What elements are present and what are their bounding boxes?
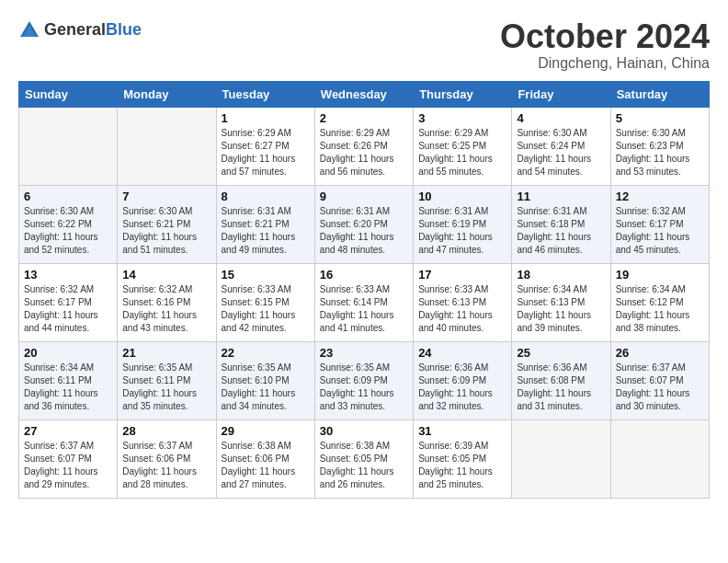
day-number: 6 <box>24 190 112 203</box>
calendar-cell: 3Sunrise: 6:29 AM Sunset: 6:25 PM Daylig… <box>414 107 512 185</box>
weekday-header-tuesday: Tuesday <box>216 81 314 107</box>
calendar-cell: 1Sunrise: 6:29 AM Sunset: 6:27 PM Daylig… <box>216 107 314 185</box>
weekday-header-row: SundayMondayTuesdayWednesdayThursdayFrid… <box>19 81 710 107</box>
calendar-cell: 18Sunrise: 6:34 AM Sunset: 6:13 PM Dayli… <box>512 263 610 341</box>
cell-sun-info: Sunrise: 6:31 AM Sunset: 6:18 PM Dayligh… <box>517 205 605 257</box>
day-number: 19 <box>616 268 704 282</box>
day-number: 8 <box>222 190 310 203</box>
day-number: 12 <box>616 190 704 203</box>
cell-sun-info: Sunrise: 6:35 AM Sunset: 6:11 PM Dayligh… <box>122 362 210 413</box>
calendar-cell: 29Sunrise: 6:38 AM Sunset: 6:06 PM Dayli… <box>216 419 314 498</box>
cell-sun-info: Sunrise: 6:34 AM Sunset: 6:13 PM Dayligh… <box>517 283 605 335</box>
calendar-cell: 23Sunrise: 6:35 AM Sunset: 6:09 PM Dayli… <box>314 341 413 419</box>
day-number: 5 <box>616 111 704 125</box>
cell-sun-info: Sunrise: 6:34 AM Sunset: 6:12 PM Dayligh… <box>616 283 704 335</box>
calendar-cell: 19Sunrise: 6:34 AM Sunset: 6:12 PM Dayli… <box>610 263 709 341</box>
calendar-table: SundayMondayTuesdayWednesdayThursdayFrid… <box>18 81 710 499</box>
calendar-cell: 5Sunrise: 6:30 AM Sunset: 6:23 PM Daylig… <box>610 107 709 185</box>
cell-sun-info: Sunrise: 6:31 AM Sunset: 6:21 PM Dayligh… <box>222 205 310 257</box>
calendar-cell: 9Sunrise: 6:31 AM Sunset: 6:20 PM Daylig… <box>314 185 413 263</box>
day-number: 28 <box>122 424 210 438</box>
day-number: 7 <box>122 190 210 203</box>
calendar-cell: 4Sunrise: 6:30 AM Sunset: 6:24 PM Daylig… <box>512 107 610 185</box>
day-number: 18 <box>517 268 605 282</box>
day-number: 21 <box>122 346 210 360</box>
cell-sun-info: Sunrise: 6:35 AM Sunset: 6:09 PM Dayligh… <box>320 362 408 413</box>
logo-general-text: GeneralBlue <box>44 20 142 40</box>
cell-sun-info: Sunrise: 6:30 AM Sunset: 6:21 PM Dayligh… <box>122 205 210 257</box>
calendar-cell: 14Sunrise: 6:32 AM Sunset: 6:16 PM Dayli… <box>118 263 216 341</box>
day-number: 13 <box>24 268 112 282</box>
calendar-cell: 8Sunrise: 6:31 AM Sunset: 6:21 PM Daylig… <box>216 185 314 263</box>
calendar-cell <box>512 419 610 498</box>
weekday-header-saturday: Saturday <box>610 81 709 107</box>
calendar-cell: 12Sunrise: 6:32 AM Sunset: 6:17 PM Dayli… <box>610 185 709 263</box>
day-number: 27 <box>24 424 112 438</box>
cell-sun-info: Sunrise: 6:29 AM Sunset: 6:25 PM Dayligh… <box>418 127 506 178</box>
page-header: GeneralBlue October 2024 Dingcheng, Hain… <box>18 18 710 72</box>
day-number: 22 <box>222 346 310 360</box>
month-title: October 2024 <box>500 18 710 55</box>
logo-icon <box>18 18 40 40</box>
calendar-cell: 11Sunrise: 6:31 AM Sunset: 6:18 PM Dayli… <box>512 185 610 263</box>
day-number: 31 <box>418 424 506 438</box>
calendar-week-row: 13Sunrise: 6:32 AM Sunset: 6:17 PM Dayli… <box>19 263 710 341</box>
calendar-cell: 16Sunrise: 6:33 AM Sunset: 6:14 PM Dayli… <box>314 263 413 341</box>
day-number: 1 <box>222 111 310 125</box>
calendar-cell: 20Sunrise: 6:34 AM Sunset: 6:11 PM Dayli… <box>19 341 118 419</box>
cell-sun-info: Sunrise: 6:38 AM Sunset: 6:06 PM Dayligh… <box>222 440 310 491</box>
cell-sun-info: Sunrise: 6:39 AM Sunset: 6:05 PM Dayligh… <box>418 440 506 491</box>
cell-sun-info: Sunrise: 6:32 AM Sunset: 6:17 PM Dayligh… <box>24 283 112 335</box>
weekday-header-wednesday: Wednesday <box>314 81 413 107</box>
calendar-cell: 10Sunrise: 6:31 AM Sunset: 6:19 PM Dayli… <box>414 185 512 263</box>
calendar-cell: 25Sunrise: 6:36 AM Sunset: 6:08 PM Dayli… <box>512 341 610 419</box>
cell-sun-info: Sunrise: 6:34 AM Sunset: 6:11 PM Dayligh… <box>24 362 112 413</box>
title-block: October 2024 Dingcheng, Hainan, China <box>500 18 710 72</box>
cell-sun-info: Sunrise: 6:29 AM Sunset: 6:26 PM Dayligh… <box>320 127 408 178</box>
day-number: 29 <box>222 424 310 438</box>
cell-sun-info: Sunrise: 6:38 AM Sunset: 6:05 PM Dayligh… <box>320 440 408 491</box>
calendar-cell: 2Sunrise: 6:29 AM Sunset: 6:26 PM Daylig… <box>314 107 413 185</box>
calendar-cell: 31Sunrise: 6:39 AM Sunset: 6:05 PM Dayli… <box>414 419 512 498</box>
day-number: 16 <box>320 268 408 282</box>
cell-sun-info: Sunrise: 6:35 AM Sunset: 6:10 PM Dayligh… <box>222 362 310 413</box>
day-number: 26 <box>616 346 704 360</box>
day-number: 11 <box>517 190 605 203</box>
day-number: 25 <box>517 346 605 360</box>
calendar-cell: 27Sunrise: 6:37 AM Sunset: 6:07 PM Dayli… <box>19 419 118 498</box>
calendar-cell: 15Sunrise: 6:33 AM Sunset: 6:15 PM Dayli… <box>216 263 314 341</box>
calendar-week-row: 27Sunrise: 6:37 AM Sunset: 6:07 PM Dayli… <box>19 419 710 498</box>
cell-sun-info: Sunrise: 6:36 AM Sunset: 6:09 PM Dayligh… <box>418 362 506 413</box>
calendar-cell: 26Sunrise: 6:37 AM Sunset: 6:07 PM Dayli… <box>610 341 709 419</box>
day-number: 4 <box>517 111 605 125</box>
cell-sun-info: Sunrise: 6:31 AM Sunset: 6:20 PM Dayligh… <box>320 205 408 257</box>
cell-sun-info: Sunrise: 6:37 AM Sunset: 6:07 PM Dayligh… <box>616 362 704 413</box>
calendar-cell <box>19 107 118 185</box>
day-number: 20 <box>24 346 112 360</box>
day-number: 23 <box>320 346 408 360</box>
day-number: 9 <box>320 190 408 203</box>
weekday-header-friday: Friday <box>512 81 610 107</box>
calendar-cell: 6Sunrise: 6:30 AM Sunset: 6:22 PM Daylig… <box>19 185 118 263</box>
calendar-cell: 7Sunrise: 6:30 AM Sunset: 6:21 PM Daylig… <box>118 185 216 263</box>
logo: GeneralBlue <box>18 18 142 40</box>
weekday-header-monday: Monday <box>118 81 216 107</box>
day-number: 24 <box>418 346 506 360</box>
calendar-week-row: 6Sunrise: 6:30 AM Sunset: 6:22 PM Daylig… <box>19 185 710 263</box>
cell-sun-info: Sunrise: 6:30 AM Sunset: 6:24 PM Dayligh… <box>517 127 605 178</box>
weekday-header-sunday: Sunday <box>19 81 118 107</box>
day-number: 17 <box>418 268 506 282</box>
cell-sun-info: Sunrise: 6:33 AM Sunset: 6:14 PM Dayligh… <box>320 283 408 335</box>
cell-sun-info: Sunrise: 6:37 AM Sunset: 6:07 PM Dayligh… <box>24 440 112 491</box>
calendar-cell: 13Sunrise: 6:32 AM Sunset: 6:17 PM Dayli… <box>19 263 118 341</box>
cell-sun-info: Sunrise: 6:36 AM Sunset: 6:08 PM Dayligh… <box>517 362 605 413</box>
calendar-cell <box>118 107 216 185</box>
calendar-week-row: 1Sunrise: 6:29 AM Sunset: 6:27 PM Daylig… <box>19 107 710 185</box>
cell-sun-info: Sunrise: 6:30 AM Sunset: 6:22 PM Dayligh… <box>24 205 112 257</box>
cell-sun-info: Sunrise: 6:29 AM Sunset: 6:27 PM Dayligh… <box>222 127 310 178</box>
day-number: 14 <box>122 268 210 282</box>
location-title: Dingcheng, Hainan, China <box>500 55 710 72</box>
cell-sun-info: Sunrise: 6:32 AM Sunset: 6:16 PM Dayligh… <box>122 283 210 335</box>
calendar-cell: 21Sunrise: 6:35 AM Sunset: 6:11 PM Dayli… <box>118 341 216 419</box>
weekday-header-thursday: Thursday <box>414 81 512 107</box>
